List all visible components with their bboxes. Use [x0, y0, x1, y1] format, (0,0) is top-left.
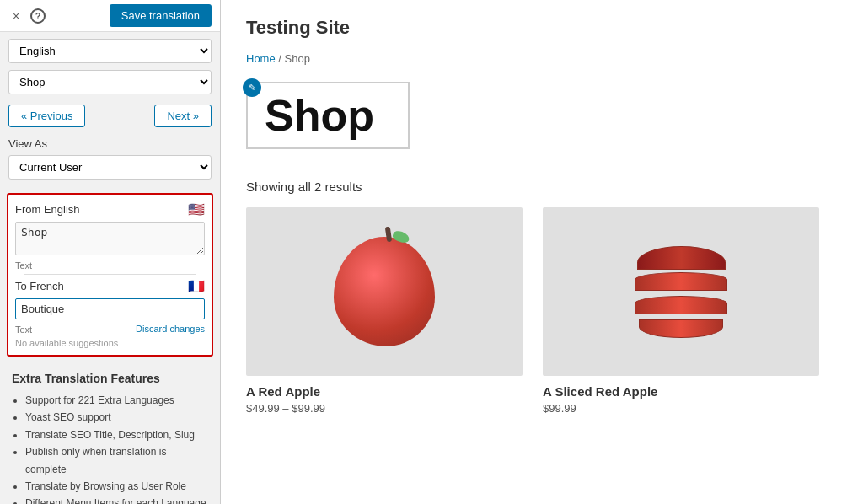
product-image-sliced-apple: [543, 207, 819, 376]
discard-changes-link[interactable]: Discard changes: [136, 324, 205, 334]
view-as-section: Current User Administrator Guest: [0, 153, 220, 186]
products-grid: A Red Apple $49.99 – $99.99 A Sliced Red…: [246, 207, 819, 415]
product-image-whole-apple: [246, 207, 523, 376]
apple-slice: [635, 272, 727, 291]
extra-features-section: Extra Translation Features Support for 2…: [0, 363, 220, 504]
breadcrumb-current: Shop: [285, 52, 310, 65]
svg-line-1: [221, 0, 229, 111]
translation-separator: [24, 274, 196, 275]
to-flag: 🇫🇷: [188, 278, 205, 294]
product-name: A Sliced Red Apple: [543, 384, 819, 399]
product-name: A Red Apple: [246, 384, 523, 399]
from-translation-textarea[interactable]: Shop: [15, 222, 205, 255]
breadcrumb: Home / Shop: [246, 52, 838, 65]
help-icon[interactable]: ?: [30, 8, 46, 24]
view-as-label: View As: [0, 134, 220, 153]
list-item: Translate by Browsing as User Role: [25, 478, 208, 495]
apple-slice: [635, 296, 727, 314]
shop-heading-text: Shop: [265, 91, 374, 140]
view-as-select[interactable]: Current User Administrator Guest: [8, 155, 212, 180]
to-field-type: Text: [15, 324, 32, 335]
product-price: $99.99: [543, 402, 819, 415]
shop-heading-wrapper: ✎ Shop: [246, 82, 838, 164]
discard-row: Text Discard changes: [15, 322, 205, 335]
shop-edit-button[interactable]: ✎: [243, 78, 261, 97]
to-translation-input[interactable]: Boutique: [15, 298, 205, 319]
shop-heading-area: ✎ Shop: [246, 82, 410, 149]
list-item: Support for 221 Extra Languages: [25, 392, 208, 409]
next-button[interactable]: Next »: [154, 105, 212, 127]
to-lang-label: To French: [15, 280, 64, 292]
breadcrumb-separator: /: [276, 52, 285, 65]
no-suggestions-text: No available suggestions: [15, 338, 205, 348]
extra-features-title: Extra Translation Features: [12, 372, 208, 385]
right-panel: Testing Site Home / Shop ✎ Shop: [221, 0, 863, 504]
product-price: $49.99 – $99.99: [246, 402, 523, 415]
list-item: Publish only when translation is complet…: [25, 443, 208, 478]
list-item: Translate SEO Title, Description, Slug: [25, 426, 208, 443]
close-icon[interactable]: ×: [8, 8, 24, 24]
shop-box: Shop: [246, 82, 410, 149]
apple-sliced-graphic: [635, 246, 727, 338]
panel-header: × ? Save translation: [0, 0, 220, 32]
left-panel: × ? Save translation English French Span…: [0, 0, 221, 504]
type-select[interactable]: Shop Page Post: [8, 70, 212, 94]
translation-box: From English 🇺🇸 Shop Text To French 🇫🇷 B…: [7, 193, 213, 357]
main-content-area: Testing Site Home / Shop ✎ Shop: [246, 17, 838, 415]
breadcrumb-home-link[interactable]: Home: [246, 52, 276, 65]
apple-slice: [639, 319, 723, 338]
extra-features-list: Support for 221 Extra Languages Yoast SE…: [12, 392, 208, 504]
from-lang-label: From English: [15, 203, 80, 216]
product-card: A Red Apple $49.99 – $99.99: [246, 207, 523, 415]
apple-whole-graphic: [334, 237, 435, 346]
list-item: Yoast SEO support: [25, 409, 208, 426]
to-lang-header: To French 🇫🇷: [15, 278, 205, 294]
prev-button[interactable]: « Previous: [8, 105, 85, 127]
from-lang-header: From English 🇺🇸: [15, 201, 205, 217]
language-select[interactable]: English French Spanish: [8, 39, 212, 63]
language-select-section: English French Spanish: [0, 32, 220, 70]
results-label: Showing all 2 results: [246, 180, 838, 194]
prev-next-nav: « Previous Next »: [0, 101, 220, 134]
site-title: Testing Site: [246, 17, 838, 39]
header-icons: × ?: [8, 8, 46, 24]
list-item: Different Menu Items for each Language: [25, 495, 208, 504]
type-select-section: Shop Page Post: [0, 70, 220, 101]
apple-slice: [637, 246, 726, 270]
save-translation-button[interactable]: Save translation: [110, 4, 212, 27]
from-field-type: Text: [15, 260, 205, 271]
from-flag: 🇺🇸: [188, 201, 205, 217]
product-card: A Sliced Red Apple $99.99: [543, 207, 819, 415]
